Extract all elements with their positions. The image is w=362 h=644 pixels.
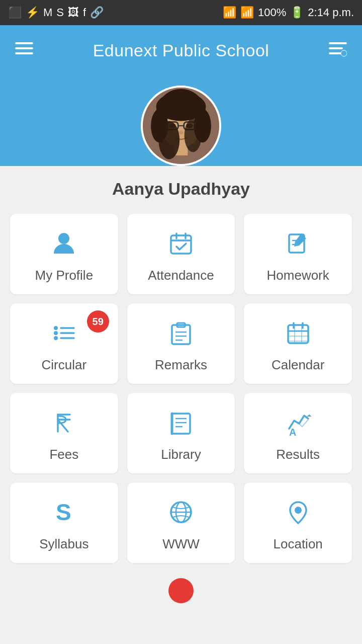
calendar-check-icon <box>168 230 194 261</box>
menu-item-library[interactable]: Library <box>127 393 235 473</box>
list-icon <box>51 320 77 350</box>
svg-point-18 <box>178 131 184 135</box>
menu-label-calendar: Calendar <box>272 357 325 373</box>
usb-icon: ⚡ <box>26 6 39 19</box>
svg-point-30 <box>54 326 58 330</box>
flipboard-icon: f <box>83 6 86 19</box>
menu-label-attendance: Attendance <box>148 268 214 283</box>
menu-label-location: Location <box>274 536 323 552</box>
svg-point-21 <box>185 119 202 152</box>
battery-icon: 🔋 <box>290 6 304 19</box>
battery-text: 100% <box>258 6 286 19</box>
status-bar: ⬛ ⚡ M S 🖼 f 🔗 📶 📶 100% 🔋 2:14 p.m. <box>0 0 362 25</box>
avatar <box>141 86 221 166</box>
menu-item-homework[interactable]: Homework <box>244 214 352 294</box>
profile-name-section: Aanya Upadhyay <box>0 166 362 209</box>
svg-text:A: A <box>289 427 296 436</box>
svg-point-20 <box>158 121 179 159</box>
menu-item-syllabus[interactable]: S Syllabus <box>10 482 118 563</box>
pin-icon <box>285 499 311 529</box>
menu-label-results: Results <box>276 447 320 462</box>
svg-point-22 <box>58 233 69 244</box>
notification-icon: ⬛ <box>8 6 22 19</box>
rupee-icon <box>51 410 77 440</box>
menu-item-remarks[interactable]: Remarks <box>127 303 235 384</box>
clipboard-icon <box>168 320 194 350</box>
menu-label-library: Library <box>161 447 201 462</box>
svg-rect-1 <box>15 47 33 49</box>
menu-item-www[interactable]: WWW <box>127 482 235 563</box>
wifi-icon: 📶 <box>223 6 236 19</box>
signal-icon: 📶 <box>240 6 254 19</box>
calendar-grid-icon <box>285 320 311 350</box>
status-right: 📶 📶 100% 🔋 2:14 p.m. <box>223 6 354 19</box>
chart-icon: A <box>285 410 311 440</box>
svg-text:S: S <box>56 499 71 525</box>
svg-point-62 <box>295 507 302 514</box>
svg-rect-41 <box>288 325 308 343</box>
time-display: 2:14 p.m. <box>308 6 354 19</box>
menu-item-calendar[interactable]: Calendar <box>244 303 352 384</box>
S-icon: S <box>51 499 77 529</box>
menu-label-homework: Homework <box>267 268 329 283</box>
bottom-hint <box>0 573 362 605</box>
badge-circular: 59 <box>87 310 109 333</box>
svg-rect-23 <box>171 235 191 254</box>
svg-rect-4 <box>329 47 343 49</box>
menu-label-circular: Circular <box>42 357 87 373</box>
svg-point-6 <box>341 50 347 56</box>
link-icon: 🔗 <box>90 6 104 19</box>
svg-point-32 <box>54 331 58 335</box>
svg-rect-52 <box>172 414 190 434</box>
menu-item-results[interactable]: A Results <box>244 393 352 473</box>
list-menu-icon[interactable] <box>329 39 347 61</box>
edit-icon <box>285 230 311 261</box>
menu-item-attendance[interactable]: Attendance <box>127 214 235 294</box>
menu-item-fees[interactable]: Fees <box>10 393 118 473</box>
menu-label-fees: Fees <box>49 447 78 462</box>
app-header: Edunext Public School <box>0 25 362 75</box>
menu-item-location[interactable]: Location <box>244 482 352 563</box>
user-name: Aanya Upadhyay <box>112 179 250 199</box>
gmail-icon: M <box>43 6 52 19</box>
profile-section <box>0 75 362 166</box>
menu-label-my-profile: My Profile <box>35 268 94 283</box>
svg-rect-3 <box>329 42 347 44</box>
menu-label-syllabus: Syllabus <box>39 536 88 552</box>
svg-rect-36 <box>172 325 190 344</box>
app-title: Edunext Public School <box>93 41 269 60</box>
status-left: ⬛ ⚡ M S 🖼 f 🔗 <box>8 6 104 19</box>
menu-item-circular[interactable]: 59 Circular <box>10 303 118 384</box>
menu-label-www: WWW <box>162 536 200 552</box>
person-icon <box>51 230 77 261</box>
s-icon: S <box>56 6 64 19</box>
svg-rect-2 <box>15 52 33 54</box>
menu-label-remarks: Remarks <box>155 357 207 373</box>
svg-rect-0 <box>15 42 33 44</box>
book-icon <box>168 410 194 440</box>
bottom-dot <box>168 578 194 603</box>
svg-point-34 <box>54 336 58 340</box>
menu-item-my-profile[interactable]: My Profile <box>10 214 118 294</box>
globe-icon <box>168 499 194 529</box>
hamburger-menu-icon[interactable] <box>15 39 33 61</box>
menu-grid: My Profile Attendance Homework59 Circula… <box>0 209 362 573</box>
image-icon: 🖼 <box>68 6 79 19</box>
